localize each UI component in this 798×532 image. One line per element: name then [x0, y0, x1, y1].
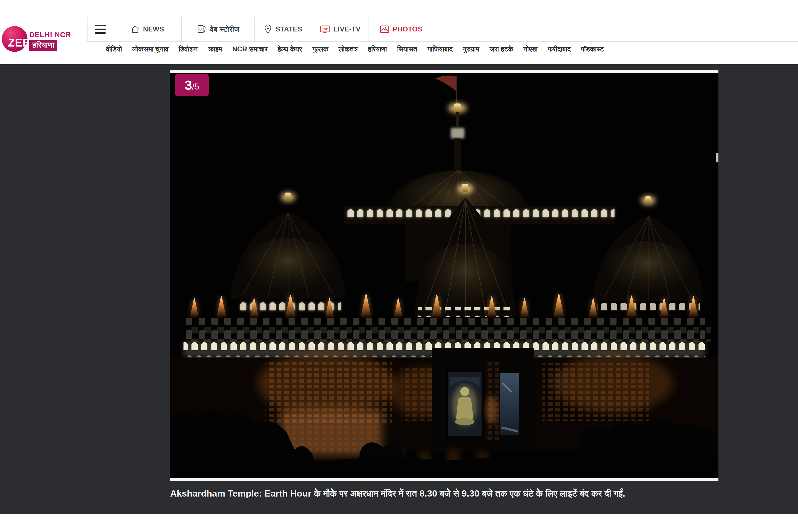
- gallery-photo[interactable]: [170, 70, 719, 481]
- footer-spacer: [0, 514, 798, 532]
- main-nav-live-tv[interactable]: LIVE LIVE-TV: [311, 17, 369, 41]
- photo-counter-total: /5: [192, 82, 199, 92]
- photo-counter-badge: 3 /5: [175, 74, 209, 96]
- logo-state-badge: हरियाणा: [29, 40, 57, 51]
- sub-nav-item[interactable]: जरा हटके: [490, 45, 513, 53]
- akshardham-temple-night-photo: [170, 73, 719, 478]
- main-nav-news[interactable]: NEWS: [113, 17, 182, 41]
- hamburger-icon: [95, 25, 106, 34]
- home-icon: [130, 24, 140, 34]
- sub-nav-item[interactable]: वीडियो: [106, 45, 122, 53]
- sub-nav-item[interactable]: सियासत: [397, 45, 417, 53]
- sub-nav-item[interactable]: हेल्थ केयर: [278, 45, 302, 53]
- sub-nav-item[interactable]: फरीदाबाद: [548, 45, 571, 53]
- main-nav: NEWS वेब स्टोरीज: [87, 17, 433, 41]
- page: ZEE DELHI NCR हरियाणा NEWS: [0, 0, 798, 532]
- sub-nav-item[interactable]: गुल्लक: [312, 45, 328, 53]
- sub-nav-item[interactable]: लोकतंत्र: [339, 45, 358, 53]
- main-nav-states[interactable]: STATES: [255, 17, 311, 41]
- sub-nav-item[interactable]: नोएडा: [524, 45, 538, 53]
- main-nav-label: PHOTOS: [393, 25, 422, 33]
- sub-nav-item[interactable]: हरियाणा: [368, 45, 387, 53]
- site-logo[interactable]: ZEE DELHI NCR हरियाणा: [2, 25, 68, 55]
- sub-nav-item[interactable]: क्राइम: [208, 45, 222, 53]
- svg-text:LIVE: LIVE: [322, 27, 328, 31]
- photo-caption: Akshardham Temple: Earth Hour के मौके पर…: [170, 486, 719, 500]
- photo-counter-current: 3: [185, 78, 192, 93]
- photo-top-border: [170, 70, 719, 73]
- sub-nav-item[interactable]: लोकसभा चुनाव: [132, 45, 168, 53]
- live-tv-icon: LIVE: [319, 24, 330, 34]
- sub-nav-item[interactable]: गुरुग्राम: [463, 45, 479, 53]
- photos-icon: [379, 24, 390, 34]
- main-nav-label: LIVE-TV: [334, 25, 361, 33]
- photo-bottom-border: [170, 478, 719, 481]
- web-stories-icon: [197, 24, 207, 34]
- main-nav-label: STATES: [276, 25, 302, 33]
- sub-nav: वीडियो लोकसभा चुनाव डिवोशन क्राइम NCR सम…: [106, 42, 794, 64]
- main-nav-label: वेब स्टोरीज: [210, 25, 239, 34]
- main-nav-label: NEWS: [143, 25, 164, 33]
- location-pin-icon: [264, 24, 272, 34]
- zee-logo-text: ZEE: [8, 36, 30, 49]
- main-nav-photos[interactable]: PHOTOS: [369, 17, 433, 41]
- photo-gallery-section: 3 /5 Akshardham Temple: Earth Hour के मौ…: [0, 64, 798, 514]
- main-nav-web-stories[interactable]: वेब स्टोरीज: [182, 17, 255, 41]
- header: ZEE DELHI NCR हरियाणा NEWS: [0, 0, 798, 64]
- sub-nav-item[interactable]: पॉडकास्ट: [581, 45, 604, 53]
- sub-nav-item[interactable]: गाजियाबाद: [427, 45, 453, 53]
- logo-region-text: DELHI NCR: [29, 31, 71, 39]
- sub-nav-item[interactable]: NCR समाचार: [232, 45, 267, 53]
- hamburger-menu-button[interactable]: [87, 17, 113, 41]
- sub-nav-item[interactable]: डिवोशन: [178, 45, 198, 53]
